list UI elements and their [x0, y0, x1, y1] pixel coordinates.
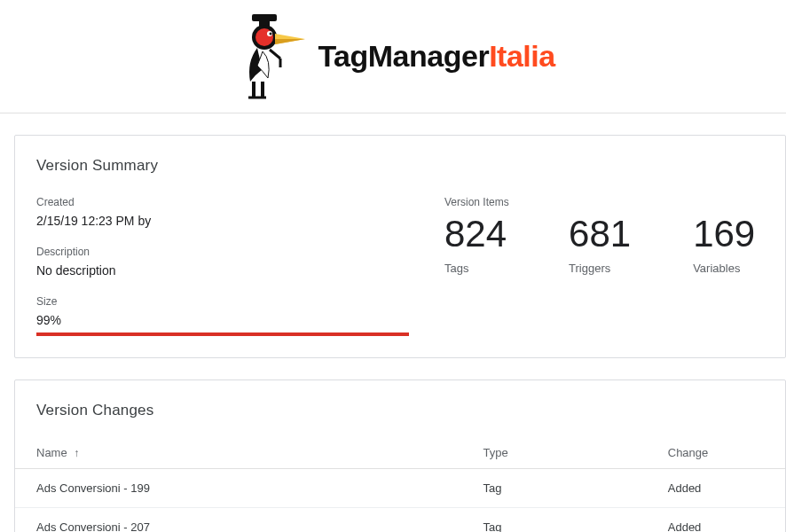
brand-text-black: TagManager — [318, 39, 489, 73]
triggers-count: 681 — [569, 214, 631, 254]
brand-logo: TagManagerItalia — [231, 12, 554, 101]
version-summary-title: Version Summary — [36, 157, 764, 175]
svg-point-5 — [270, 32, 272, 35]
tags-caption: Tags — [444, 262, 507, 275]
brand-text: TagManagerItalia — [318, 39, 554, 74]
sort-ascending-icon: ↑ — [74, 447, 79, 459]
column-header-name-label: Name — [36, 446, 67, 459]
row-type: Tag — [461, 469, 646, 508]
description-value: No description — [36, 263, 409, 278]
version-changes-title: Version Changes — [15, 380, 785, 437]
row-change: Added — [647, 508, 785, 533]
version-changes-card: Version Changes Name ↑ Type Change Ads C… — [14, 379, 786, 532]
header: TagManagerItalia — [0, 0, 786, 113]
table-row[interactable]: Ads Conversioni - 199TagAdded — [15, 469, 785, 508]
column-header-type[interactable]: Type — [461, 437, 646, 469]
triggers-caption: Triggers — [569, 262, 631, 275]
version-items-label: Version Items — [444, 196, 764, 208]
changes-table: Name ↑ Type Change Ads Conversioni - 199… — [15, 437, 785, 532]
variables-caption: Variables — [693, 262, 755, 275]
triggers-stat: 681 Triggers — [569, 214, 631, 275]
svg-rect-9 — [261, 82, 264, 98]
svg-marker-7 — [275, 39, 305, 44]
svg-rect-0 — [252, 14, 277, 21]
row-type: Tag — [461, 508, 646, 533]
woodpecker-icon — [231, 12, 310, 101]
version-summary-card: Version Summary Created 2/15/19 12:23 PM… — [14, 135, 786, 358]
table-row[interactable]: Ads Conversioni - 207TagAdded — [15, 508, 785, 533]
row-name: Ads Conversioni - 199 — [15, 469, 461, 508]
svg-point-3 — [255, 28, 273, 46]
size-label: Size — [36, 295, 409, 308]
column-header-name[interactable]: Name ↑ — [15, 437, 461, 469]
description-label: Description — [36, 246, 409, 258]
created-label: Created — [36, 196, 409, 208]
brand-text-orange: Italia — [489, 39, 554, 73]
created-value: 2/15/19 12:23 PM by — [36, 214, 409, 228]
tags-count: 824 — [444, 214, 507, 254]
size-value: 99% — [36, 313, 409, 327]
variables-count: 169 — [693, 214, 755, 254]
row-name: Ads Conversioni - 207 — [15, 508, 461, 533]
svg-line-12 — [270, 50, 280, 59]
column-header-change[interactable]: Change — [647, 437, 785, 469]
tags-stat: 824 Tags — [444, 214, 507, 275]
row-change: Added — [647, 469, 785, 508]
size-progress-bar — [36, 332, 409, 336]
svg-rect-8 — [252, 82, 255, 98]
variables-stat: 169 Variables — [693, 214, 755, 275]
